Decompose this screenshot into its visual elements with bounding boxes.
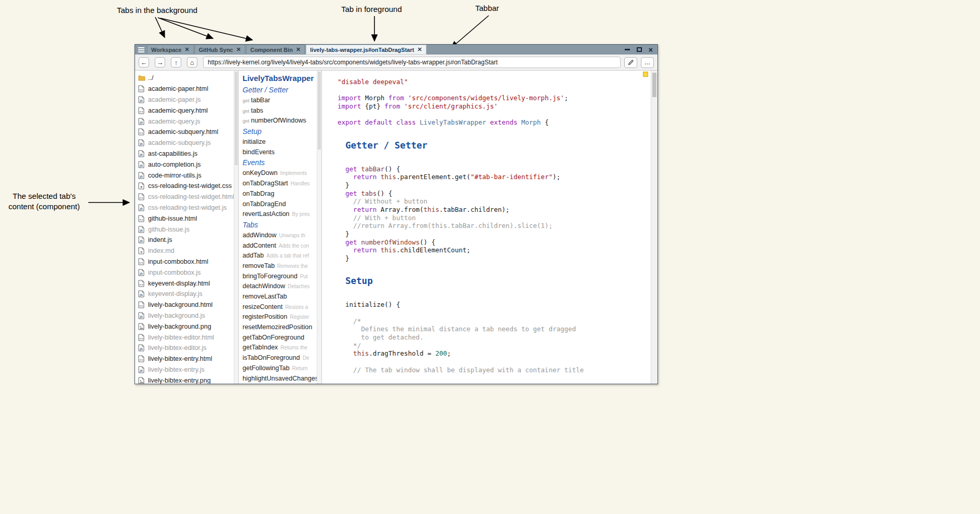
file-item[interactable]: JSast-capabilities.js — [138, 148, 234, 159]
tab-background-2[interactable]: Component Bin✕ — [246, 45, 305, 55]
menu-icon[interactable] — [135, 45, 146, 55]
file-list-scrollbar[interactable] — [234, 71, 238, 384]
file-item[interactable]: JSgithub-issue.js — [138, 224, 234, 235]
file-item[interactable]: JSacademic-paper.js — [138, 94, 234, 105]
tab-background-1[interactable]: GitHub Sync✕ — [195, 45, 245, 55]
file-name: css-reloading-test-widget.css — [148, 182, 232, 190]
outline-method[interactable]: getnumberOfWindows — [243, 116, 317, 126]
home-button[interactable]: ⌂ — [187, 57, 197, 67]
method-name: removeLastTab — [243, 293, 287, 300]
up-button[interactable]: ↑ — [171, 57, 181, 67]
outline-method[interactable]: registerPositionRegister — [243, 312, 317, 322]
outline-method[interactable]: getTabIndexReturns the — [243, 343, 317, 353]
code-line — [338, 292, 657, 301]
outline-method[interactable]: onTabDrag — [243, 189, 317, 199]
outline-method[interactable]: resetMemoziredPosition — [243, 322, 317, 333]
maximize-icon[interactable] — [637, 47, 642, 52]
file-item[interactable]: JSinput-combobox.js — [138, 267, 234, 278]
file-item[interactable]: ../ — [138, 73, 234, 84]
outline-method[interactable]: gettabs — [243, 106, 317, 116]
tab-background-0[interactable]: Workspace✕ — [147, 45, 194, 55]
file-item[interactable]: <>lively-bibtex-editor.html — [138, 332, 234, 343]
file-list: ../<>academic-paper.htmlJSacademic-paper… — [138, 73, 234, 384]
outline-method[interactable]: highlightUnsavedChanges — [243, 374, 317, 384]
file-item[interactable]: JSindent.js — [138, 235, 234, 246]
file-item[interactable]: <>css-reloading-test-widget.html — [138, 192, 234, 202]
file-item[interactable]: #css-reloading-test-widget.css — [138, 181, 234, 192]
file-item[interactable]: JSlively-bibtex-entry.js — [138, 364, 234, 375]
scrollbar-thumb[interactable] — [235, 72, 238, 165]
tab-foreground[interactable]: lively-tabs-wrapper.js#onTabDragStart✕ — [306, 45, 426, 55]
outline-method[interactable]: bringToForegroundPut — [243, 272, 317, 282]
svg-text:JS: JS — [139, 121, 143, 124]
file-item[interactable]: JScode-mirror-utils.js — [138, 170, 234, 181]
outline-method[interactable]: onKeyDownImplements — [243, 168, 317, 179]
outline-method[interactable]: getFollowingTabReturn — [243, 363, 317, 374]
outline-method[interactable]: addTabAdds a tab that ref — [243, 251, 317, 261]
outline-method[interactable]: revertLastActionBy pres — [243, 209, 317, 220]
outline-method[interactable]: isTabOnForegroundDe — [243, 353, 317, 363]
tab-close-icon[interactable]: ✕ — [236, 46, 241, 53]
outline-scrollbar[interactable] — [317, 71, 321, 384]
file-name: lively-bibtex-entry.js — [148, 366, 205, 373]
code-editor-panel[interactable]: "disable deepeval" import Morph from 'sr… — [322, 71, 657, 384]
outline-method[interactable]: onTabDragEnd — [243, 199, 317, 210]
outline-method[interactable]: onTabDragStartHandles — [243, 179, 317, 189]
tab-close-icon[interactable]: ✕ — [185, 46, 190, 53]
svg-text:JS: JS — [139, 369, 143, 372]
outline-method[interactable]: addContentAdds the con — [243, 241, 317, 251]
file-name: academic-subquery.js — [148, 139, 211, 146]
file-item[interactable]: <>academic-paper.html — [138, 84, 234, 94]
outline-method[interactable]: removeLastTab — [243, 292, 317, 302]
file-name: lively-bibtex-editor.html — [148, 334, 214, 341]
scrollbar-thumb[interactable] — [318, 72, 321, 150]
file-item[interactable]: <>lively-bibtex-entry.html — [138, 354, 234, 364]
method-name: initialize — [243, 138, 265, 145]
file-item[interactable]: JSlively-bibtex-editor.js — [138, 343, 234, 354]
file-item[interactable]: JSlively-background.js — [138, 310, 234, 321]
file-name: lively-background.js — [148, 312, 205, 319]
annotation-tabs-background: Tabs in the background — [117, 6, 197, 15]
file-item[interactable]: ≡index.md — [138, 246, 234, 256]
file-item[interactable]: JScss-reloading-test-widget.js — [138, 202, 234, 213]
outline-method[interactable]: gettabBar — [243, 96, 317, 106]
svg-text:JS: JS — [139, 272, 143, 275]
file-name: ast-capabilities.js — [148, 150, 197, 157]
code-line: // Without + button — [338, 197, 657, 206]
code-line: export default class LivelyTabsWrapper e… — [338, 118, 657, 127]
tab-close-icon[interactable]: ✕ — [417, 46, 422, 53]
file-item[interactable]: <>keyevent-display.html — [138, 278, 234, 289]
outline-method[interactable]: resizeContentResizes a — [243, 302, 317, 313]
code-scrollbar[interactable] — [651, 71, 657, 384]
minimize-icon[interactable] — [625, 49, 630, 50]
code-lines: "disable deepeval" import Morph from 'sr… — [338, 78, 657, 374]
file-item[interactable]: JSkeyevent-display.js — [138, 289, 234, 300]
forward-button[interactable]: → — [155, 57, 165, 67]
outline-method[interactable]: detachWindowDetaches — [243, 281, 317, 292]
edit-button[interactable] — [624, 57, 637, 68]
file-item[interactable]: lively-bibtex-entry.png — [138, 375, 234, 384]
tab-close-icon[interactable]: ✕ — [296, 46, 301, 53]
scrollbar-thumb[interactable] — [652, 73, 656, 97]
file-item[interactable]: <>input-combobox.html — [138, 256, 234, 267]
back-button[interactable]: ← — [139, 57, 149, 67]
file-item[interactable]: JSacademic-query.js — [138, 116, 234, 127]
file-item[interactable]: <>academic-query.html — [138, 105, 234, 116]
svg-text:JS: JS — [139, 175, 143, 178]
outline-method[interactable]: bindEvents — [243, 147, 317, 158]
window-close-icon[interactable]: × — [649, 46, 653, 53]
file-item[interactable]: JSacademic-subquery.js — [138, 138, 234, 148]
file-item[interactable]: <>academic-subquery.html — [138, 127, 234, 138]
url-input[interactable] — [203, 57, 621, 68]
file-item[interactable]: JSauto-completion.js — [138, 159, 234, 170]
outline-method[interactable]: addWindowUnwraps th — [243, 231, 317, 241]
file-item[interactable]: <>github-issue.html — [138, 213, 234, 224]
file-item[interactable]: lively-background.png — [138, 321, 234, 332]
outline-method[interactable]: initialize — [243, 137, 317, 147]
more-button[interactable]: … — [641, 57, 654, 68]
method-name: onTabDrag — [243, 190, 274, 197]
file-item[interactable]: <>lively-background.html — [138, 300, 234, 310]
html-file-icon: <> — [138, 193, 145, 200]
outline-method[interactable]: getTabOnForeground — [243, 333, 317, 343]
outline-method[interactable]: removeTabRemoves the — [243, 261, 317, 272]
